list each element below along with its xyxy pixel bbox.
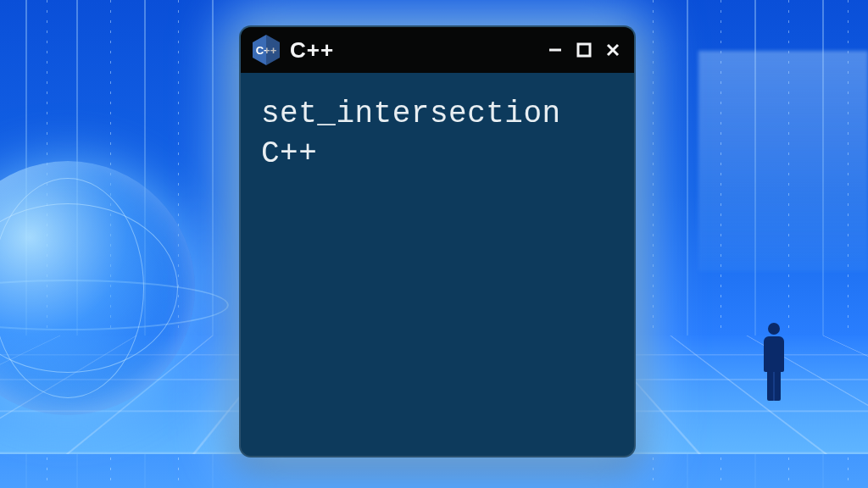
code-line-1: set_intersection [261, 95, 614, 135]
svg-rect-1 [578, 44, 590, 56]
window-title: C++ [290, 37, 536, 64]
titlebar[interactable]: C++ C++ [241, 27, 634, 73]
window-controls [546, 41, 622, 59]
cpp-icon: C++ [253, 35, 280, 65]
minimize-button[interactable] [546, 41, 565, 59]
code-line-2: C++ [261, 135, 614, 175]
terminal-content: set_intersection C++ [241, 73, 634, 197]
maximize-button[interactable] [575, 41, 593, 59]
terminal-window: C++ C++ set_intersection C++ [239, 25, 636, 458]
person-silhouette [760, 323, 787, 399]
close-button[interactable] [604, 41, 622, 59]
